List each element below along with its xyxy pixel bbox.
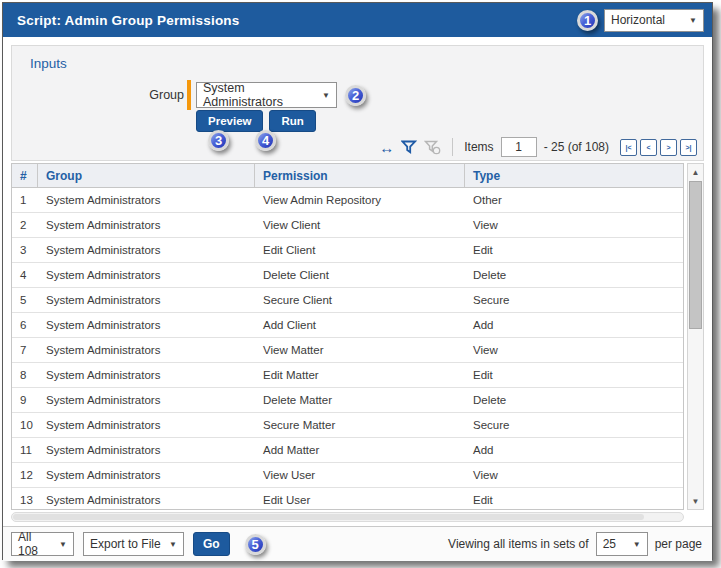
cell-permission: Edit Client xyxy=(255,244,465,256)
cell-num: 3 xyxy=(12,244,38,256)
filter-icon[interactable] xyxy=(401,140,417,155)
items-range-text: - 25 (of 108) xyxy=(544,140,609,154)
cell-group: System Administrators xyxy=(38,419,255,431)
cell-num: 8 xyxy=(12,369,38,381)
cell-permission: View User xyxy=(255,469,465,481)
viewing-text: Viewing all items in sets of xyxy=(448,537,589,551)
export-dropdown-value: Export to File xyxy=(90,537,161,551)
table-row[interactable]: 6System AdministratorsAdd ClientAdd xyxy=(12,313,683,338)
toolbar-divider xyxy=(452,138,453,156)
resize-columns-icon[interactable]: ↔ xyxy=(379,140,394,155)
chevron-down-icon: ▼ xyxy=(169,540,177,549)
group-label: Group xyxy=(144,88,184,102)
scroll-up-icon[interactable]: ▲ xyxy=(688,165,703,179)
first-page-button[interactable]: |< xyxy=(620,139,637,156)
next-page-button[interactable]: > xyxy=(660,139,677,156)
table-row[interactable]: 5System AdministratorsSecure ClientSecur… xyxy=(12,288,683,313)
table-row[interactable]: 10System AdministratorsSecure MatterSecu… xyxy=(12,413,683,438)
table-row[interactable]: 7System AdministratorsView MatterView xyxy=(12,338,683,363)
items-label: Items xyxy=(464,140,493,154)
table-row[interactable]: 11System AdministratorsAdd MatterAdd xyxy=(12,438,683,463)
table-row[interactable]: 4System AdministratorsDelete ClientDelet… xyxy=(12,263,683,288)
range-dropdown-value: All 108 xyxy=(18,530,51,558)
titlebar: Script: Admin Group Permissions 1 Horizo… xyxy=(3,3,712,37)
cell-type: View xyxy=(465,344,683,356)
horizontal-scrollbar[interactable] xyxy=(11,512,684,522)
table-header-row: # Group Permission Type xyxy=(12,164,683,188)
app-window: Script: Admin Group Permissions 1 Horizo… xyxy=(2,2,713,560)
cell-permission: View Matter xyxy=(255,344,465,356)
cell-num: 9 xyxy=(12,394,38,406)
filter-clear-icon xyxy=(424,140,441,155)
cell-num: 6 xyxy=(12,319,38,331)
callout-5-badge: 5 xyxy=(245,534,266,555)
column-header-permission[interactable]: Permission xyxy=(255,164,465,187)
previous-page-button[interactable]: < xyxy=(640,139,657,156)
page-title: Script: Admin Group Permissions xyxy=(17,13,239,28)
cell-type: Add xyxy=(465,444,683,456)
preview-button[interactable]: Preview xyxy=(196,110,263,132)
scrollbar-thumb[interactable] xyxy=(689,181,702,329)
table-row[interactable]: 9System AdministratorsDelete MatterDelet… xyxy=(12,388,683,413)
layout-dropdown[interactable]: Horizontal ▼ xyxy=(604,9,704,32)
action-buttons-row: Preview Run xyxy=(196,110,316,132)
range-dropdown[interactable]: All 108 ▼ xyxy=(11,532,74,556)
table-row[interactable]: 2System AdministratorsView ClientView xyxy=(12,213,683,238)
cell-permission: Add Client xyxy=(255,319,465,331)
cell-type: View xyxy=(465,219,683,231)
table-row[interactable]: 12System AdministratorsView UserView xyxy=(12,463,683,488)
cell-group: System Administrators xyxy=(38,369,255,381)
cell-group: System Administrators xyxy=(38,194,255,206)
cell-permission: Delete Matter xyxy=(255,394,465,406)
vertical-scrollbar[interactable]: ▲ ▼ xyxy=(687,163,704,510)
chevron-down-icon: ▼ xyxy=(322,91,330,100)
results-grid: # Group Permission Type 1System Administ… xyxy=(11,163,704,510)
cell-permission: View Admin Repository xyxy=(255,194,465,206)
cell-type: Secure xyxy=(465,419,683,431)
per-page-controls: Viewing all items in sets of 25 ▼ per pa… xyxy=(448,532,702,556)
callout-1-badge: 1 xyxy=(577,10,598,31)
inputs-heading: Inputs xyxy=(30,56,67,71)
cell-permission: View Client xyxy=(255,219,465,231)
cell-num: 7 xyxy=(12,344,38,356)
chevron-down-icon: ▼ xyxy=(59,540,67,549)
table-row[interactable]: 8System AdministratorsEdit MatterEdit xyxy=(12,363,683,388)
cell-num: 12 xyxy=(12,469,38,481)
column-header-group[interactable]: Group xyxy=(38,164,255,187)
cell-type: Delete xyxy=(465,394,683,406)
group-dropdown[interactable]: System Administrators ▼ xyxy=(196,82,337,108)
cell-type: Secure xyxy=(465,294,683,306)
table-row[interactable]: 1System AdministratorsView Admin Reposit… xyxy=(12,188,683,213)
cell-permission: Add Matter xyxy=(255,444,465,456)
cell-type: Edit xyxy=(465,244,683,256)
footer-bar: All 108 ▼ Export to File ▼ Go 5 Viewing … xyxy=(3,526,712,561)
items-page-input[interactable] xyxy=(501,137,537,157)
per-page-dropdown[interactable]: 25 ▼ xyxy=(596,532,648,556)
cell-group: System Administrators xyxy=(38,444,255,456)
last-page-button[interactable]: >| xyxy=(680,139,697,156)
run-button[interactable]: Run xyxy=(269,110,315,132)
horizontal-scrollbar-thumb[interactable] xyxy=(13,514,644,520)
column-header-number[interactable]: # xyxy=(12,164,38,187)
required-indicator xyxy=(187,80,191,110)
export-dropdown[interactable]: Export to File ▼ xyxy=(83,532,184,556)
go-button[interactable]: Go xyxy=(193,532,230,556)
cell-num: 11 xyxy=(12,444,38,456)
cell-num: 1 xyxy=(12,194,38,206)
cell-permission: Secure Matter xyxy=(255,419,465,431)
per-page-text: per page xyxy=(655,537,702,551)
scroll-down-icon[interactable]: ▼ xyxy=(688,494,703,508)
cell-group: System Administrators xyxy=(38,244,255,256)
cell-group: System Administrators xyxy=(38,269,255,281)
column-header-type[interactable]: Type xyxy=(465,164,683,187)
table-row[interactable]: 3System AdministratorsEdit ClientEdit xyxy=(12,238,683,263)
cell-group: System Administrators xyxy=(38,394,255,406)
layout-dropdown-value: Horizontal xyxy=(611,13,665,27)
cell-num: 13 xyxy=(12,494,38,506)
cell-permission: Edit User xyxy=(255,494,465,506)
cell-type: Other xyxy=(465,194,683,206)
cell-num: 10 xyxy=(12,419,38,431)
cell-group: System Administrators xyxy=(38,494,255,506)
per-page-dropdown-value: 25 xyxy=(603,537,616,551)
table-row[interactable]: 13System AdministratorsEdit UserEdit xyxy=(12,488,683,509)
